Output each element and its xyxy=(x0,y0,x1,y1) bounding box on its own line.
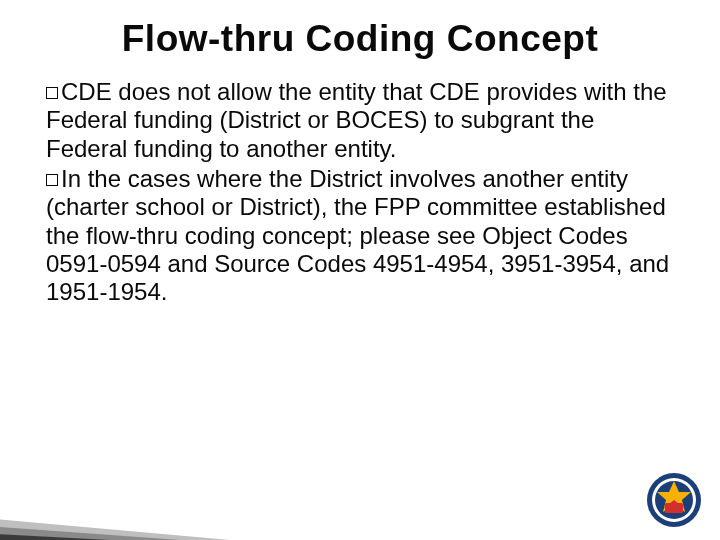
bullet-text: In the cases where the District involves… xyxy=(46,165,669,305)
decorative-wedge-icon xyxy=(0,478,320,540)
svg-marker-1 xyxy=(0,524,290,540)
svg-marker-2 xyxy=(0,532,260,540)
slide-title: Flow-thru Coding Concept xyxy=(0,0,720,60)
bullet-item: In the cases where the District involves… xyxy=(46,165,674,307)
slide-body: CDE does not allow the entity that CDE p… xyxy=(0,60,720,307)
bullet-text: CDE does not allow the entity that CDE p… xyxy=(46,78,667,162)
bullet-item: CDE does not allow the entity that CDE p… xyxy=(46,78,674,163)
svg-marker-0 xyxy=(0,516,320,540)
bullet-marker-icon xyxy=(46,174,58,186)
metro-logo-icon xyxy=(646,472,702,528)
bullet-marker-icon xyxy=(46,87,58,99)
